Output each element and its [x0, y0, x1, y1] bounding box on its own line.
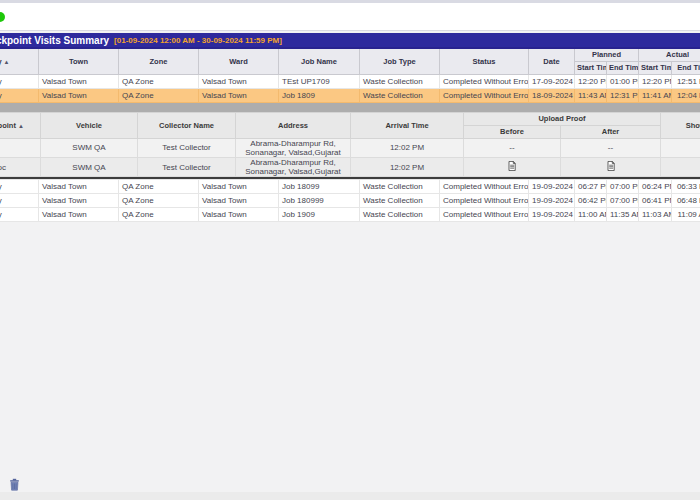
col-header-city[interactable]: City▲ [0, 48, 39, 74]
table-row[interactable]: Valsad City Valsad Town QA Zone Valsad T… [0, 74, 700, 88]
cell-date: 17-09-2024 [529, 74, 575, 88]
col-header-planned-end[interactable]: End Time [607, 61, 639, 74]
col-header-show-on-map[interactable]: Show On Map [661, 112, 700, 138]
cell-actual-start: 06:41 PM [639, 194, 672, 208]
cell-city: Valsad City [0, 208, 39, 222]
cell-status: Completed Without Error [440, 88, 529, 102]
cell-job-name: Job 1909 [279, 208, 360, 222]
cell-vehicle: SWM QA [41, 157, 138, 176]
cell-proof-before[interactable] [464, 157, 561, 176]
group-header-planned: Planned [575, 48, 639, 61]
cell-city: Valsad City [0, 74, 39, 88]
document-icon[interactable] [508, 161, 516, 173]
cell-city: Valsad City [0, 194, 39, 208]
cell-ward: Valsad Town [199, 180, 279, 194]
col-header-checkpoint-label: Checkpoint [0, 121, 16, 130]
cell-proof-before: -- [464, 138, 561, 157]
cell-zone: QA Zone [119, 194, 199, 208]
cell-proof-after: -- [561, 138, 661, 157]
cell-ward: Valsad Town [199, 88, 279, 102]
table-row[interactable]: Valsad City Valsad Town QA Zone Valsad T… [0, 194, 700, 208]
document-icon[interactable] [607, 161, 615, 173]
cell-job-name: TEst UP1709 [279, 74, 360, 88]
cell-job-type: Waste Collection [360, 208, 440, 222]
page-title: Checkpoint Visits Summary [0, 35, 109, 46]
col-header-job-type[interactable]: Job Type [360, 48, 440, 74]
col-header-town[interactable]: Town [39, 48, 119, 74]
cell-address: Abrama-Dharampur Rd, Sonanagar, Valsad,G… [236, 138, 351, 157]
table-row-selected[interactable]: Valsad City Valsad Town QA Zone Valsad T… [0, 88, 700, 102]
col-header-arrival-time[interactable]: Arrival Time [351, 112, 464, 138]
trash-icon[interactable] [9, 477, 21, 490]
table-row[interactable]: Valsad City Valsad Town QA Zone Valsad T… [0, 180, 700, 194]
col-header-proof-before[interactable]: Before [464, 125, 561, 138]
cell-city: Valsad City [0, 88, 39, 102]
cell-actual-start: 11:41 AM [639, 88, 672, 102]
detail-separator-bar [0, 103, 700, 112]
cell-actual-end: 06:48 PM [672, 194, 700, 208]
cell-actual-start: 06:24 PM [639, 180, 672, 194]
col-header-planned-start[interactable]: Start Time [575, 61, 607, 74]
cell-planned-end: 12:31 PM [607, 88, 639, 102]
cell-job-type: Waste Collection [360, 74, 440, 88]
cell-ward: Valsad Town [199, 74, 279, 88]
app-window: Checkpoint Visits Summary [01-09-2024 12… [0, 0, 700, 500]
cell-status: Completed Without Error [440, 180, 529, 194]
status-dot-icon [0, 12, 5, 22]
cell-actual-start: 12:20 PM [639, 74, 672, 88]
cell-job-type: Waste Collection [360, 194, 440, 208]
cell-arrival-time: 12:02 PM [351, 157, 464, 176]
cell-planned-start: 06:27 PM [575, 180, 607, 194]
cell-date: 19-09-2024 [529, 180, 575, 194]
col-header-proof-after[interactable]: After [561, 125, 661, 138]
detail-row[interactable]: Loc SWM QA Test Collector Abrama-Dharamp… [0, 157, 700, 176]
cell-collector: Test Collector [138, 138, 236, 157]
bottom-strip [0, 492, 700, 500]
group-header-upload-proof: Upload Proof [464, 112, 661, 125]
cell-status: Completed Without Error [440, 74, 529, 88]
cell-collector: Test Collector [138, 157, 236, 176]
cell-ward: Valsad Town [199, 208, 279, 222]
sort-asc-icon: ▲ [4, 59, 10, 65]
col-header-job-name[interactable]: Job Name [279, 48, 360, 74]
cell-proof-after[interactable] [561, 157, 661, 176]
cell-town: Valsad Town [39, 208, 119, 222]
group-header-actual: Actual [639, 48, 700, 61]
cell-actual-end: 11:09 AM [672, 208, 700, 222]
col-header-ward[interactable]: Ward [199, 48, 279, 74]
cell-status: Completed Without Error [440, 194, 529, 208]
col-header-checkpoint[interactable]: Checkpoint▲ [0, 112, 41, 138]
cell-zone: QA Zone [119, 180, 199, 194]
table-row[interactable]: Valsad City Valsad Town QA Zone Valsad T… [0, 208, 700, 222]
cell-show-on-map [661, 157, 700, 176]
cell-planned-start: 11:43 AM [575, 88, 607, 102]
detail-row[interactable]: SWM QA Test Collector Abrama-Dharampur R… [0, 138, 700, 157]
cell-zone: QA Zone [119, 208, 199, 222]
cell-planned-start: 06:42 PM [575, 194, 607, 208]
col-header-status[interactable]: Status [440, 48, 529, 74]
cell-job-type: Waste Collection [360, 88, 440, 102]
col-header-address[interactable]: Address [236, 112, 351, 138]
cell-planned-start: 12:20 PM [575, 74, 607, 88]
col-header-city-label: City [0, 57, 2, 66]
cell-zone: QA Zone [119, 88, 199, 102]
cell-job-name: Job 180999 [279, 194, 360, 208]
col-header-actual-end[interactable]: End Time [672, 61, 700, 74]
cell-address: Abrama-Dharampur Rd, Sonanagar, Valsad,G… [236, 157, 351, 176]
col-header-zone[interactable]: Zone [119, 48, 199, 74]
col-header-date[interactable]: Date [529, 48, 575, 74]
col-header-collector-name[interactable]: Collector Name [138, 112, 236, 138]
cell-actual-end: 12:51 PM [672, 74, 700, 88]
checkpoint-detail-table: Checkpoint▲ Vehicle Collector Name Addre… [0, 112, 700, 178]
cell-planned-end: 07:00 PM [607, 194, 639, 208]
cell-town: Valsad Town [39, 74, 119, 88]
cell-job-name: Job 18099 [279, 180, 360, 194]
cell-vehicle: SWM QA [41, 138, 138, 157]
cell-show-on-map [661, 138, 700, 157]
report-titlebar: Checkpoint Visits Summary [01-09-2024 12… [0, 33, 700, 47]
col-header-actual-start[interactable]: Start Time [639, 61, 672, 74]
cell-arrival-time: 12:02 PM [351, 138, 464, 157]
cell-town: Valsad Town [39, 88, 119, 102]
col-header-vehicle[interactable]: Vehicle [41, 112, 138, 138]
cell-actual-end: 12:04 PM [672, 88, 700, 102]
